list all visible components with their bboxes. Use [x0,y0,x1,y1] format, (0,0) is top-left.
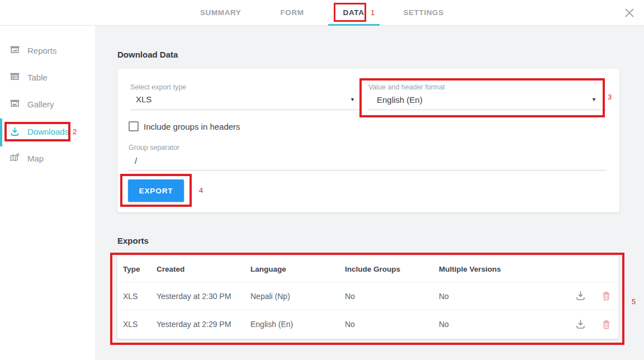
column-header-language: Language [250,265,345,273]
value-header-format-select[interactable]: English (En) [377,95,423,105]
group-separator-label: Group separator [129,144,179,151]
column-header-include-groups: Include Groups [345,265,439,273]
column-header-created: Created [157,265,250,273]
export-type-underline [130,110,359,110]
export-settings-modal: SUMMARY FORM DATA SETTINGS Reports Table [0,0,644,360]
tab-data[interactable]: DATA [328,0,380,26]
exports-table-header: Type Created Language Include Groups Mul… [117,256,618,282]
cell-language: Nepali (Np) [250,292,345,301]
download-export-button[interactable] [567,291,594,301]
cell-include-groups: No [345,292,439,301]
top-tab-bar: SUMMARY FORM DATA SETTINGS [0,0,644,26]
tab-strip: SUMMARY FORM DATA SETTINGS [185,0,459,26]
export-type-select[interactable]: XLS [136,94,151,104]
active-item-indicator [0,119,2,146]
sidebar-item-label: Table [27,73,48,82]
gallery-icon [10,99,20,110]
column-header-type: Type [123,265,157,273]
download-export-button[interactable] [567,319,594,330]
value-header-format-underline [368,110,607,110]
table-row: XLS Yesterday at 2:29 PM English (En) No… [117,310,618,338]
download-data-title: Download Data [117,50,178,59]
value-header-format-label: Value and header format [368,83,445,91]
tab-form[interactable]: FORM [265,0,319,26]
download-data-card: Select export type XLS ▼ Value and heade… [117,69,619,212]
group-separator-underline [129,170,607,170]
include-groups-checkbox[interactable] [129,121,139,131]
cell-type: XLS [123,292,157,301]
trash-icon[interactable] [594,320,618,329]
tab-summary[interactable]: SUMMARY [185,0,256,26]
sidebar-item-label: Map [27,154,44,163]
sidebar-item-downloads[interactable]: Downloads [0,122,95,140]
cell-include-groups: No [345,320,439,329]
sidebar-item-reports[interactable]: Reports [0,41,95,59]
include-groups-label: Include groups in headers [144,122,240,131]
cell-created: Yesterday at 2:30 PM [157,292,250,301]
reports-icon [10,45,20,56]
tab-data-label: DATA [343,8,364,17]
sidebar-item-map[interactable]: Map [0,149,95,167]
table-icon [10,72,20,83]
sidebar: Reports Table Gallery Downloads Map [0,26,95,360]
sidebar-item-label: Gallery [27,100,54,109]
tab-settings[interactable]: SETTINGS [389,0,459,26]
close-icon[interactable] [624,7,635,18]
export-type-label: Select export type [130,83,186,91]
sidebar-item-gallery[interactable]: Gallery [0,95,95,113]
cell-type: XLS [123,320,157,329]
column-header-multiple-versions: Multiple Versions [439,265,567,273]
active-tab-underline [328,24,380,26]
sidebar-item-table[interactable]: Table [0,68,95,86]
cell-multiple-versions: No [439,320,567,329]
group-separator-input[interactable]: / [135,156,137,165]
trash-icon[interactable] [594,291,618,301]
export-button[interactable]: EXPORT [128,179,184,202]
sidebar-item-label: Downloads [27,127,69,136]
cell-multiple-versions: No [439,292,567,301]
chevron-down-icon[interactable]: ▼ [591,97,596,102]
cell-language: English (En) [250,320,345,329]
download-icon [10,126,20,137]
exports-title: Exports [117,236,149,245]
exports-table: Type Created Language Include Groups Mul… [117,256,618,339]
cell-created: Yesterday at 2:29 PM [157,320,250,329]
map-icon [10,153,20,164]
table-row: XLS Yesterday at 2:30 PM Nepali (Np) No … [117,282,618,310]
sidebar-item-label: Reports [27,46,57,55]
chevron-down-icon[interactable]: ▼ [350,97,355,102]
